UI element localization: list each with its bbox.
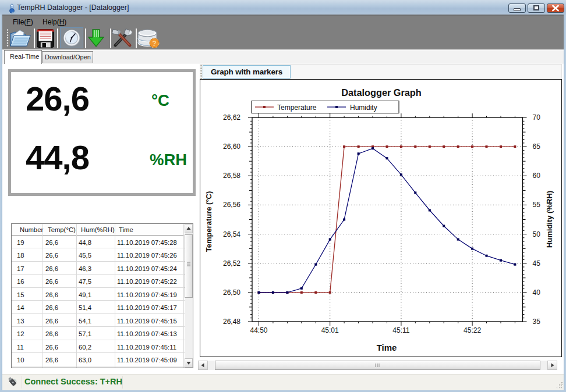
svg-text:Humidity (%RH): Humidity (%RH)	[545, 191, 554, 248]
svg-text:26,50: 26,50	[223, 288, 240, 297]
svg-text:70: 70	[533, 113, 541, 122]
svg-text:Temperature: Temperature	[277, 104, 317, 112]
svg-text:65: 65	[533, 142, 541, 151]
svg-text:26,62: 26,62	[223, 113, 240, 122]
svg-text:Humidity: Humidity	[350, 104, 377, 112]
svg-text:26,58: 26,58	[223, 172, 240, 180]
svg-text:35: 35	[533, 318, 541, 326]
svg-text:26,54: 26,54	[223, 230, 240, 238]
svg-text:40: 40	[533, 288, 541, 297]
svg-text:26,52: 26,52	[223, 259, 240, 268]
svg-text:Time: Time	[377, 343, 397, 352]
svg-text:26,56: 26,56	[223, 201, 240, 209]
svg-text:Temperature (°C): Temperature (°C)	[204, 191, 213, 252]
svg-text:60: 60	[533, 172, 541, 180]
svg-text:45:01: 45:01	[321, 326, 339, 334]
svg-text:26,60: 26,60	[223, 142, 240, 151]
svg-text:50: 50	[533, 230, 541, 238]
svg-text:45:11: 45:11	[392, 326, 409, 334]
svg-text:?: ?	[152, 40, 156, 48]
svg-text:26,48: 26,48	[223, 318, 240, 326]
svg-text:Datalogger Graph: Datalogger Graph	[341, 87, 422, 98]
svg-text:45: 45	[533, 259, 541, 268]
svg-text:55: 55	[533, 201, 541, 209]
svg-text:44:50: 44:50	[250, 326, 267, 334]
svg-text:45:22: 45:22	[464, 326, 481, 334]
